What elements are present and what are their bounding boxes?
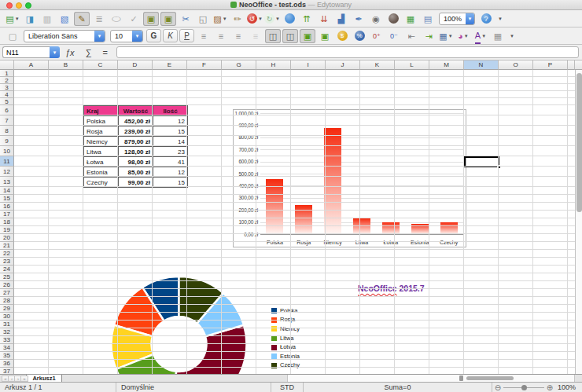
add-decimal-place-button[interactable]: 0⁺ bbox=[369, 29, 385, 43]
status-sum[interactable]: Suma=0 bbox=[304, 383, 492, 392]
sum-button[interactable]: ∑ bbox=[86, 48, 92, 57]
column-header-H[interactable]: H bbox=[256, 60, 291, 70]
row-header-2[interactable]: 2 bbox=[0, 77, 14, 84]
cell-reference-input[interactable] bbox=[2, 46, 50, 58]
row-header-25[interactable]: 25 bbox=[0, 273, 14, 281]
row-header-18[interactable]: 18 bbox=[0, 218, 14, 226]
merge-and-center-button[interactable]: ◫ bbox=[282, 29, 298, 43]
bar-chart[interactable]: 0,00 zł100,00 zł200,00 zł300,00 zł400,00… bbox=[233, 109, 466, 247]
cut-button[interactable]: ✂ bbox=[178, 12, 193, 26]
copy-button[interactable]: ◱ bbox=[195, 12, 211, 26]
page-break-preview-button[interactable]: ▣ bbox=[160, 12, 176, 26]
navigator-button[interactable] bbox=[282, 12, 297, 26]
edit-mode-button[interactable]: ✎ bbox=[74, 12, 90, 26]
row-header-14[interactable]: 14 bbox=[0, 187, 14, 195]
vertical-scrollbar-thumb[interactable] bbox=[576, 73, 582, 212]
row-header-35[interactable]: 35 bbox=[0, 352, 14, 360]
spelling-button[interactable]: ✓ bbox=[126, 12, 142, 26]
open-document-button[interactable]: ◨ bbox=[22, 12, 38, 26]
align-center-button[interactable]: ≡ bbox=[213, 29, 229, 43]
row-header-9[interactable]: 9 bbox=[0, 136, 14, 146]
row-header-12[interactable]: 12 bbox=[0, 167, 14, 177]
undo-button[interactable]: ↺▼ bbox=[247, 12, 263, 26]
align-justify-button[interactable]: ≡ bbox=[248, 29, 263, 43]
font-color-button[interactable]: A▼ bbox=[473, 29, 488, 43]
align-right-button[interactable]: ≡ bbox=[230, 29, 246, 43]
status-page-style[interactable]: Domyślnie bbox=[116, 383, 271, 392]
row-header-15[interactable]: 15 bbox=[0, 195, 14, 203]
column-header-G[interactable]: G bbox=[222, 60, 256, 70]
select-all-corner[interactable] bbox=[575, 60, 582, 70]
function-wizard-button[interactable]: ƒx bbox=[65, 48, 75, 57]
row-header-34[interactable]: 34 bbox=[0, 344, 14, 352]
pane-split-handle[interactable] bbox=[459, 376, 463, 381]
find-replace-button[interactable]: ◉ bbox=[368, 12, 384, 26]
row-header-36[interactable]: 36 bbox=[0, 360, 14, 368]
underline-button[interactable]: P bbox=[179, 29, 194, 42]
dropdown-arrow-icon[interactable]: ▼ bbox=[258, 12, 263, 26]
conditional-formatting-button[interactable]: ▦ bbox=[490, 29, 506, 43]
format-as-percent-button[interactable]: % bbox=[352, 29, 367, 43]
merge-cells-button[interactable]: ◫ bbox=[265, 29, 281, 43]
row-header-23[interactable]: 23 bbox=[0, 258, 14, 266]
row-header-20[interactable]: 20 bbox=[0, 234, 14, 242]
font-name-combobox[interactable]: Liberation Sans▼ bbox=[24, 30, 105, 42]
zoom-out-button[interactable]: ⊖ bbox=[492, 383, 503, 392]
font-size-combobox[interactable]: 10▼ bbox=[110, 30, 143, 42]
row-header-5[interactable]: 5 bbox=[0, 98, 14, 105]
font-name-dropdown-button[interactable]: ▼ bbox=[94, 31, 105, 42]
align-left-button[interactable]: ≡ bbox=[196, 29, 212, 43]
dropdown-arrow-icon[interactable]: ▼ bbox=[481, 29, 486, 43]
dropdown-arrow-icon[interactable]: ▼ bbox=[448, 29, 453, 43]
zoom-dropdown-button[interactable]: ▼ bbox=[466, 13, 474, 24]
row-header-8[interactable]: 8 bbox=[0, 126, 14, 136]
sheet-grid[interactable]: KrajWartośćIlośćPolska452,00 zł12Rosja23… bbox=[14, 70, 575, 374]
help-button[interactable]: ? bbox=[478, 12, 494, 26]
header-corner[interactable] bbox=[0, 60, 14, 70]
row-header-11[interactable]: 11 bbox=[0, 156, 14, 167]
borders-button[interactable]: ▦▼ bbox=[438, 29, 454, 43]
format-as-currency-button[interactable]: $ bbox=[334, 29, 350, 43]
row-header-31[interactable]: 31 bbox=[0, 321, 14, 328]
row-header-6[interactable]: 6 bbox=[0, 105, 14, 115]
status-selection-mode[interactable]: STD bbox=[271, 383, 304, 392]
background-color-button[interactable]: ◕▼ bbox=[455, 29, 471, 43]
clone-formatting-button[interactable]: ✏ bbox=[230, 12, 245, 26]
zoom-slider[interactable] bbox=[503, 383, 544, 392]
row-header-13[interactable]: 13 bbox=[0, 177, 14, 187]
column-header-L[interactable]: L bbox=[395, 60, 429, 70]
save-document-button[interactable]: ▥ bbox=[39, 12, 55, 26]
font-size-dropdown-button[interactable]: ▼ bbox=[132, 31, 142, 42]
donut-chart-area[interactable]: PolskaRosjaNiemcyLitwaŁotwaEstoniaCzechy… bbox=[101, 268, 467, 374]
row-header-4[interactable]: 4 bbox=[0, 91, 14, 98]
unmerge-cells-button[interactable]: ▣ bbox=[317, 29, 333, 43]
dropdown-arrow-icon[interactable]: ▼ bbox=[15, 12, 20, 26]
dropdown-arrow-icon[interactable]: ▼ bbox=[223, 12, 227, 26]
formula-input[interactable] bbox=[116, 46, 579, 58]
column-header-P[interactable]: P bbox=[533, 60, 568, 70]
toolbar-overflow-icon[interactable]: ▼ bbox=[498, 16, 503, 21]
row-header-26[interactable]: 26 bbox=[0, 281, 14, 289]
print-file-directly-button[interactable]: ▧ bbox=[57, 12, 72, 26]
dropdown-arrow-icon[interactable]: ▼ bbox=[464, 29, 469, 43]
column-header-I[interactable]: I bbox=[291, 60, 326, 70]
row-header-27[interactable]: 27 bbox=[0, 289, 14, 297]
paste-button[interactable]: ▨▼ bbox=[212, 12, 228, 26]
print-button[interactable]: ≣ bbox=[91, 12, 107, 26]
zoom-combobox[interactable]: 100%▼ bbox=[439, 13, 475, 25]
styles-panel-button[interactable]: ▢ bbox=[5, 29, 20, 43]
data-sources-button[interactable]: ▤ bbox=[420, 12, 436, 26]
page-preview-button[interactable]: ▣ bbox=[143, 12, 159, 26]
row-header-19[interactable]: 19 bbox=[0, 226, 14, 234]
row-header-28[interactable]: 28 bbox=[0, 297, 14, 305]
row-header-32[interactable]: 32 bbox=[0, 328, 14, 336]
sort-descending-button[interactable]: ⇊ bbox=[316, 12, 332, 26]
vertical-scrollbar[interactable] bbox=[575, 70, 582, 374]
column-header-A[interactable]: A bbox=[14, 60, 49, 70]
row-header-17[interactable]: 17 bbox=[0, 211, 14, 218]
bold-button[interactable]: G bbox=[146, 29, 161, 42]
insert-chart-button[interactable]: ▟ bbox=[333, 12, 349, 26]
row-header-1[interactable]: 1 bbox=[0, 70, 14, 77]
redo-button[interactable]: ↻▼ bbox=[264, 12, 280, 26]
column-header-N[interactable]: N bbox=[464, 60, 499, 70]
